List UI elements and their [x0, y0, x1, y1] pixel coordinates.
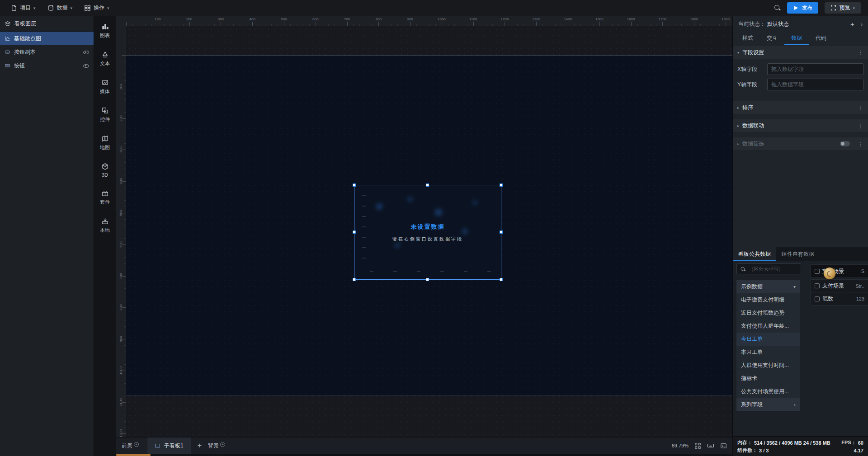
horizontal-scrollbar[interactable]	[116, 454, 732, 456]
dataset-item[interactable]: 近日支付笔数趋势	[736, 306, 800, 320]
publish-label: 发布	[802, 4, 812, 12]
component-category-kit[interactable]: 套件	[100, 189, 110, 206]
canvas-viewport[interactable]: 未设置数据 请在右侧窗口设置数据字段	[126, 26, 732, 437]
background-label: 背景	[208, 442, 219, 450]
add-subboard-button[interactable]: +	[191, 442, 208, 450]
section-field-settings[interactable]: ▾ 字段设置 ⋮	[733, 46, 868, 59]
ruler-number: 1400	[564, 17, 572, 21]
tab-interaction[interactable]: 交互	[760, 32, 784, 45]
dataset-search-box[interactable]	[736, 263, 801, 274]
menu-project[interactable]: 项目 ▾	[5, 0, 42, 16]
button-icon	[5, 63, 10, 69]
field-type: S	[861, 268, 868, 274]
scatter-point	[462, 229, 467, 234]
dataset-select[interactable]: 示例数据 ▾	[736, 280, 800, 293]
series-fields-label: 系列字段	[741, 401, 763, 409]
status-bar: 内存： 514 / 3562 / 4096 MB 24 / 538 MB FPS…	[733, 436, 868, 456]
ruler-number: 900	[407, 17, 413, 21]
add-background-icon[interactable]: +	[220, 442, 225, 447]
checkbox[interactable]	[815, 283, 820, 288]
dataset-select-label: 示例数据	[741, 283, 763, 291]
click-indicator	[824, 268, 835, 279]
component-category-label: 本地	[100, 227, 110, 234]
fps-label: FPS：	[841, 439, 856, 446]
add-state-icon[interactable]: +	[850, 20, 854, 28]
more-options-icon[interactable]: ⋮	[858, 104, 863, 111]
send-icon	[793, 5, 799, 11]
publish-button[interactable]: 发布	[787, 2, 818, 14]
component-category-text[interactable]: 文本	[100, 51, 110, 67]
horizontal-scrollbar-thumb[interactable]	[116, 454, 151, 456]
dataset-item[interactable]: 本月工单	[736, 346, 800, 359]
ruler-number: 400	[119, 176, 123, 186]
data-filter-toggle[interactable]	[840, 141, 850, 146]
foreground-tab[interactable]: 前景 +	[122, 442, 139, 450]
preview-button[interactable]: 预览 ▾	[825, 2, 861, 14]
dataset-item[interactable]: 公共支付场景使用...	[736, 385, 800, 398]
project-icon	[10, 5, 17, 11]
ruler-number: 1100	[469, 17, 477, 21]
visibility-eye-icon[interactable]	[83, 49, 89, 55]
tab-public-data[interactable]: 看板公共数据	[733, 247, 776, 261]
more-options-icon[interactable]: ⋮	[858, 49, 863, 56]
ruler-number: 400	[249, 17, 255, 21]
fullscreen-icon	[830, 5, 836, 11]
y-field-input[interactable]	[767, 79, 863, 90]
component-category-widgets[interactable]: 控件	[100, 107, 110, 123]
component-category-map[interactable]: 地图	[100, 135, 110, 151]
menu-operations[interactable]: 操作 ▾	[78, 0, 115, 16]
more-options-icon[interactable]: ⋮	[858, 122, 863, 129]
search-icon[interactable]	[774, 5, 781, 11]
layer-item-button-copy[interactable]: 按钮副本	[0, 45, 94, 59]
faint-x-axis	[370, 269, 491, 272]
dataset-item[interactable]: 电子缴费支付明细	[736, 293, 800, 306]
ruler-number: 1500	[595, 17, 604, 21]
tab-own-data[interactable]: 组件自有数据	[776, 247, 820, 261]
dataset-search-input[interactable]	[749, 266, 798, 272]
drag-ghost-field[interactable]: 支付场景 S	[811, 264, 868, 278]
faint-y-axis	[362, 195, 367, 264]
menu-operations-label: 操作	[94, 4, 104, 12]
background-tab[interactable]: 背景 +	[208, 442, 225, 450]
field-row[interactable]: 支付场景 Str..	[811, 279, 868, 292]
add-foreground-icon[interactable]: +	[134, 442, 139, 447]
more-options-icon[interactable]: ⋮	[858, 141, 863, 147]
dataset-item[interactable]: 人群使用支付时间...	[736, 359, 800, 372]
component-category-media[interactable]: 媒体	[100, 79, 110, 95]
layer-item-button[interactable]: 按钮	[0, 59, 94, 72]
component-category-charts[interactable]: 图表	[100, 23, 110, 39]
section-title: 数据筛选	[742, 140, 764, 148]
dataset-item-selected[interactable]: 今日工单	[736, 333, 800, 346]
checkbox[interactable]	[815, 269, 820, 274]
ruler-number: 700	[344, 17, 350, 21]
section-sort[interactable]: ▸ 排序 ⋮	[733, 101, 868, 114]
component-category-local[interactable]: 本地	[100, 217, 110, 234]
fit-screen-icon[interactable]	[694, 442, 701, 449]
section-data-linkage[interactable]: ▸ 数据联动 ⋮	[733, 119, 868, 132]
dataset-item[interactable]: 支付使用人群年龄...	[736, 320, 800, 333]
empty-data-title: 未设置数据	[411, 223, 445, 231]
field-row[interactable]: 笔数 123	[811, 292, 868, 306]
y-field-label: Y轴字段	[737, 81, 767, 89]
series-fields-row[interactable]: 系列字段 ›	[736, 398, 800, 411]
console-icon[interactable]	[720, 442, 727, 449]
tab-data[interactable]: 数据	[784, 32, 809, 45]
components-value: 3 / 3	[759, 448, 769, 453]
chevron-right-icon[interactable]: ›	[861, 21, 863, 28]
menu-data[interactable]: 数据 ▾	[42, 0, 79, 16]
subboard-tab[interactable]: 子看板1	[147, 437, 191, 454]
component-category-3d[interactable]: 3D	[101, 163, 109, 178]
zoom-level[interactable]: 69.79%	[672, 443, 689, 448]
checkbox[interactable]	[815, 296, 820, 301]
x-field-input[interactable]	[767, 63, 863, 75]
chevron-down-icon: ▾	[33, 6, 36, 10]
scatter-chart-widget[interactable]: 未设置数据 请在右侧窗口设置数据字段	[354, 185, 501, 279]
layer-item-scatter[interactable]: 基础散点图	[0, 32, 94, 45]
visibility-eye-icon[interactable]	[83, 63, 89, 69]
tab-style[interactable]: 样式	[736, 32, 760, 45]
dataset-item[interactable]: 指标卡	[736, 372, 800, 385]
tab-code[interactable]: 代码	[809, 32, 833, 45]
keyboard-icon[interactable]	[707, 442, 714, 449]
layer-item-label: 按钮	[14, 62, 25, 70]
section-data-filter[interactable]: ▸ 数据筛选 ⋮	[733, 137, 868, 150]
